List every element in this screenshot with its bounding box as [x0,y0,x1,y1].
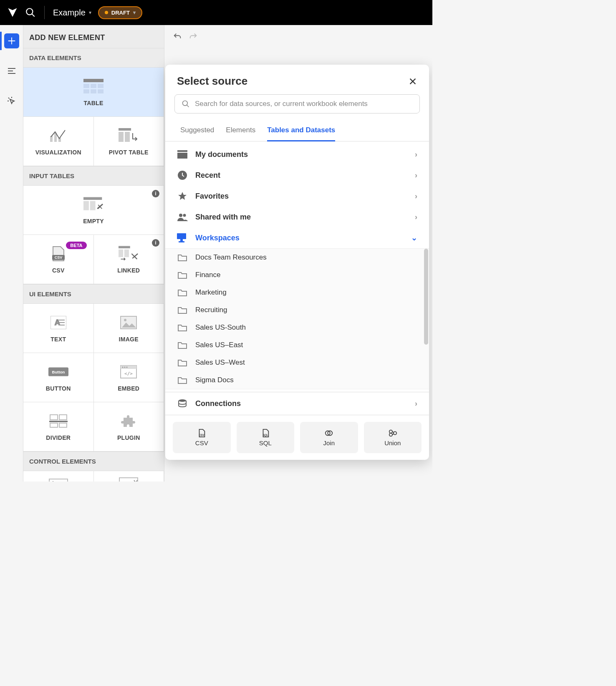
folder-outline-icon [177,288,188,297]
tile-control-2[interactable] [94,471,164,482]
panel-header: ADD NEW ELEMENT [23,25,164,48]
folder-outline-icon [177,358,188,367]
workspace-folder[interactable]: Finance [165,266,429,284]
new-union-button[interactable]: Union [364,422,422,453]
info-icon[interactable]: i [152,190,159,197]
tile-embed[interactable]: </> EMBED [94,353,164,402]
scrollbar[interactable] [424,249,428,345]
svg-rect-63 [180,239,183,241]
tile-empty[interactable]: i EMPTY [23,186,164,235]
empty-table-icon [83,196,104,213]
modal-footer: CSV CSV SQL SQL Join Union [165,415,429,460]
tile-text[interactable]: A TEXT [23,304,94,353]
tile-label: PIVOT TABLE [109,149,149,156]
folder-icon [177,149,188,160]
chevron-right-icon: › [415,213,417,222]
tile-button[interactable]: Button BUTTON [23,353,94,402]
workspace-folder[interactable]: Sales US–West [165,354,429,371]
tab-suggested[interactable]: Suggested [180,122,214,141]
svg-rect-57 [177,150,187,152]
folder-outline-icon [177,323,188,332]
source-my-documents[interactable]: My documents › [165,144,429,165]
svg-rect-12 [83,89,89,93]
section-ui-elements: UI ELEMENTS [23,284,164,304]
svg-point-70 [389,430,392,433]
svg-rect-27 [119,249,123,257]
svg-text:SQL: SQL [263,434,268,437]
tile-csv[interactable]: BETA CSV CSV [23,235,94,284]
workspace-folder[interactable]: Marketing [165,284,429,301]
svg-point-42 [126,366,128,368]
info-icon[interactable]: i [152,239,159,247]
chart-icon [48,127,68,144]
tile-plugin[interactable]: PLUGIN [94,402,164,451]
workspace-folder[interactable]: Docs Team Resources [165,249,429,266]
workspace-folder[interactable]: Sales US–East [165,336,429,354]
chevron-down-icon: ⌄ [411,233,417,242]
chevron-right-icon: › [415,171,417,180]
source-connections[interactable]: Connections › [165,392,429,415]
svg-rect-13 [91,89,96,93]
csv-file-icon: CSV [48,245,68,262]
embed-icon: </> [119,363,139,380]
undo-icon[interactable] [173,32,182,41]
new-sql-button[interactable]: SQL SQL [237,422,295,453]
tile-label: PLUGIN [117,434,140,441]
svg-rect-18 [119,128,131,131]
redo-icon[interactable] [189,32,198,41]
tile-table[interactable]: TABLE [23,68,164,117]
svg-rect-45 [59,415,67,420]
search-input-container[interactable] [174,94,420,113]
workspace-folder[interactable]: Sales US-South [165,319,429,336]
chevron-right-icon: › [415,150,417,159]
status-dot-icon [105,11,108,14]
workspace-folder[interactable]: Sigma Docs [165,371,429,389]
svg-line-5 [8,98,9,98]
svg-point-41 [124,366,126,368]
new-csv-button[interactable]: CSV CSV [173,422,231,453]
text-icon: A [48,314,68,331]
tile-image[interactable]: IMAGE [94,304,164,353]
tile-control-1[interactable] [23,471,94,482]
workspace-folder[interactable]: Recruiting [165,301,429,319]
add-element-button[interactable] [4,33,19,48]
svg-line-73 [392,431,394,433]
svg-line-56 [187,105,189,107]
linked-table-icon [119,245,139,262]
source-favorites[interactable]: Favorites › [165,186,429,207]
tile-visualization[interactable]: VISUALIZATION [23,117,94,166]
dropdown-control-icon [119,475,139,482]
csv-file-icon: CSV [197,429,206,438]
source-workspaces[interactable]: Workspaces ⌄ [165,227,429,248]
tile-linked[interactable]: i LINKED [94,235,164,284]
workbook-title: Example [53,8,86,18]
workbook-title-dropdown[interactable]: Example ▾ [53,8,91,18]
new-join-button[interactable]: Join [300,422,358,453]
search-icon [182,100,190,108]
tab-tables-datasets[interactable]: Tables and Datasets [267,122,335,141]
draft-label: DRAFT [111,10,130,16]
source-shared-with-me[interactable]: Shared with me › [165,207,429,227]
tile-label: EMPTY [83,218,104,224]
draft-status-badge[interactable]: DRAFT ▾ [98,6,142,19]
outline-button[interactable] [4,63,19,78]
tile-label: TEXT [50,336,66,343]
tab-elements[interactable]: Elements [226,122,255,141]
chevron-right-icon: › [415,192,417,201]
svg-rect-20 [125,132,130,142]
tile-divider[interactable]: DIVIDER [23,402,94,451]
folder-outline-icon [177,376,188,384]
svg-rect-10 [91,84,96,88]
list-icon [7,66,17,76]
interactions-button[interactable] [4,93,19,108]
tile-pivot-table[interactable]: PIVOT TABLE [94,117,164,166]
tile-label: EMBED [118,385,139,392]
close-icon[interactable] [408,77,417,86]
join-icon [324,429,333,438]
search-icon[interactable] [25,7,36,18]
left-rail [0,25,23,482]
app-logo-icon[interactable] [7,7,18,18]
source-recent[interactable]: Recent › [165,165,429,186]
svg-point-65 [179,399,186,402]
search-input[interactable] [195,100,413,108]
